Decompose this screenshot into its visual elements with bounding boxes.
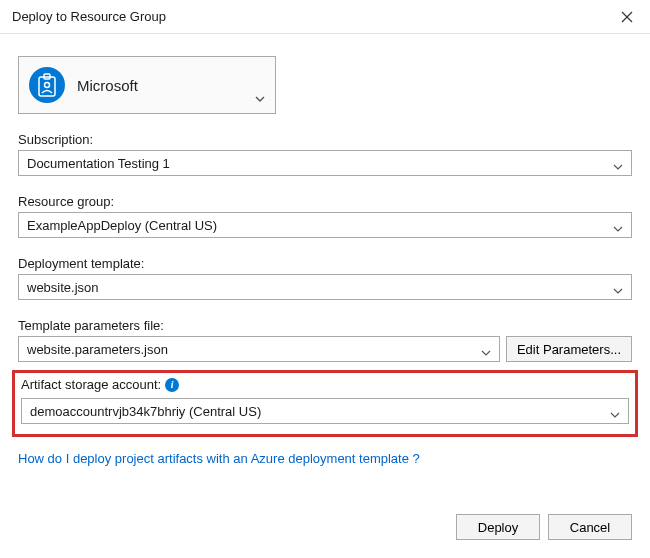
dialog-content: Microsoft Subscription: Documentation Te… bbox=[0, 34, 650, 480]
template-params-field: Template parameters file: website.parame… bbox=[18, 318, 632, 362]
deployment-template-field: Deployment template: website.json bbox=[18, 256, 632, 300]
account-badge-icon bbox=[29, 67, 65, 103]
deploy-button[interactable]: Deploy bbox=[456, 514, 540, 540]
chevron-down-icon bbox=[255, 90, 265, 105]
cancel-button[interactable]: Cancel bbox=[548, 514, 632, 540]
svg-rect-0 bbox=[39, 77, 55, 96]
template-params-value: website.parameters.json bbox=[27, 342, 168, 357]
chevron-down-icon bbox=[613, 282, 623, 292]
titlebar: Deploy to Resource Group bbox=[0, 0, 650, 34]
deployment-template-label: Deployment template: bbox=[18, 256, 632, 271]
artifact-storage-value: demoaccountrvjb34k7bhriy (Central US) bbox=[30, 404, 261, 419]
artifact-storage-highlight: Artifact storage account: i demoaccountr… bbox=[12, 370, 638, 437]
chevron-down-icon bbox=[613, 158, 623, 168]
close-icon bbox=[621, 11, 633, 23]
subscription-label: Subscription: bbox=[18, 132, 632, 147]
chevron-down-icon bbox=[481, 344, 491, 354]
account-name: Microsoft bbox=[77, 77, 138, 94]
deployment-template-value: website.json bbox=[27, 280, 99, 295]
resource-group-label: Resource group: bbox=[18, 194, 632, 209]
subscription-field: Subscription: Documentation Testing 1 bbox=[18, 132, 632, 176]
template-params-dropdown[interactable]: website.parameters.json bbox=[18, 336, 500, 362]
info-icon[interactable]: i bbox=[165, 378, 179, 392]
resource-group-value: ExampleAppDeploy (Central US) bbox=[27, 218, 217, 233]
window-title: Deploy to Resource Group bbox=[12, 9, 166, 24]
subscription-dropdown[interactable]: Documentation Testing 1 bbox=[18, 150, 632, 176]
id-badge-icon bbox=[37, 73, 57, 97]
artifact-storage-dropdown[interactable]: demoaccountrvjb34k7bhriy (Central US) bbox=[21, 398, 629, 424]
help-link[interactable]: How do I deploy project artifacts with a… bbox=[18, 451, 420, 466]
edit-parameters-button[interactable]: Edit Parameters... bbox=[506, 336, 632, 362]
subscription-value: Documentation Testing 1 bbox=[27, 156, 170, 171]
artifact-storage-label: Artifact storage account: bbox=[21, 377, 161, 392]
svg-point-2 bbox=[45, 83, 50, 88]
close-button[interactable] bbox=[604, 0, 650, 34]
chevron-down-icon bbox=[610, 406, 620, 416]
account-selector[interactable]: Microsoft bbox=[18, 56, 276, 114]
resource-group-field: Resource group: ExampleAppDeploy (Centra… bbox=[18, 194, 632, 238]
dialog-buttons: Deploy Cancel bbox=[456, 514, 632, 540]
chevron-down-icon bbox=[613, 220, 623, 230]
artifact-storage-label-row: Artifact storage account: i bbox=[21, 377, 179, 392]
template-params-label: Template parameters file: bbox=[18, 318, 632, 333]
deployment-template-dropdown[interactable]: website.json bbox=[18, 274, 632, 300]
resource-group-dropdown[interactable]: ExampleAppDeploy (Central US) bbox=[18, 212, 632, 238]
